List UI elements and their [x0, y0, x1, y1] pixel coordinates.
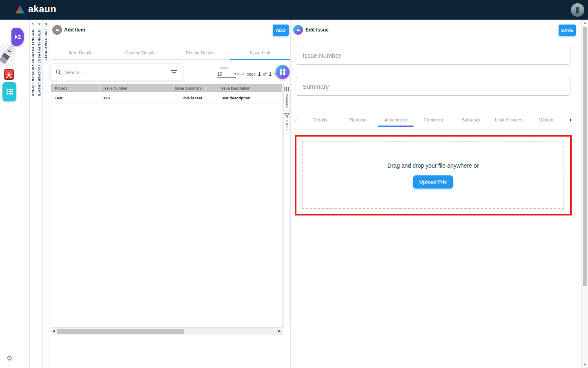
pagination: |< < page 1 of 1 > >| [236, 70, 281, 78]
tab-issue-link[interactable]: Issue Link [230, 46, 290, 59]
issue-link-table: Project Issue Number Issue Summary Issue… [51, 84, 283, 328]
red-app-icon[interactable]: 大 [4, 69, 14, 80]
tab-linked-issues[interactable]: Linked Issues [490, 112, 527, 127]
drag-drop-text: Drag and drop your file anywhere or [388, 162, 479, 169]
table-header: Project Issue Number Issue Summary Issue… [51, 84, 282, 93]
column-header-filler [265, 84, 282, 92]
item-tabbar: Item Details Costing Details Pricing Det… [51, 46, 290, 60]
prev-page-button[interactable]: < [242, 72, 244, 76]
column-header-issue-number[interactable]: Issue Number [100, 84, 145, 92]
scroll-left-icon[interactable]: ◀ [51, 329, 56, 333]
save-button[interactable]: SAVE [559, 25, 576, 36]
app-thumbnail-image[interactable] [0, 44, 15, 66]
back-button[interactable] [52, 25, 62, 35]
menu-fab-button[interactable] [11, 28, 24, 46]
table-row[interactable]: Test 123 This is test Test description [51, 93, 282, 103]
tab-pricing-details[interactable]: Pricing Details [170, 46, 230, 59]
scroll-up-icon[interactable]: ▲ [582, 20, 588, 26]
columns-button[interactable]: Columns [284, 84, 290, 111]
page-word: page [247, 72, 256, 76]
rows-per-page-select[interactable]: 10 ▾ [217, 70, 236, 78]
add-button[interactable]: ADD [273, 25, 289, 36]
tab-issue-link-label: Issue Link [250, 50, 270, 55]
workspace-tab-1[interactable]: 1 INTERNAL PAYMENT VOUCHER LISTING [29, 20, 36, 368]
tabs-scroll-right-icon[interactable]: › [565, 112, 576, 127]
tab-item-details[interactable]: Item Details [51, 46, 111, 59]
tab-costing-details[interactable]: Costing Details [111, 46, 171, 59]
horizontal-scrollbar-thumb[interactable] [57, 329, 184, 334]
horizontal-scrollbar[interactable]: ◀ ▶ [51, 328, 283, 334]
column-header-issue-summary[interactable]: Issue Summary [145, 84, 206, 92]
file-dropzone[interactable]: Drag and drop your file anywhere or Uplo… [302, 141, 564, 209]
cell-project: Test [51, 93, 100, 103]
settings-gear-icon[interactable]: ⚙ [5, 354, 13, 362]
workspace-tab-number: 2 [38, 22, 40, 27]
brand-name: akaun [28, 4, 56, 15]
tab-attachment[interactable]: Attachment [377, 112, 414, 127]
filter-funnel-icon [284, 113, 290, 118]
workspace-tab-2[interactable]: 2 INTERNAL PAYMENT VOUCHER CREATE [36, 20, 42, 368]
topbar: akaun [0, 0, 588, 20]
filter-list-icon[interactable] [171, 69, 178, 75]
upload-file-button[interactable]: Upload File [413, 175, 453, 188]
first-page-button[interactable]: |< [236, 72, 239, 76]
workspace-tab-label: LINE ITEM CREATE [44, 29, 48, 61]
vertical-scrollbar[interactable]: ▲ ▼ [581, 20, 588, 368]
scroll-down-icon[interactable]: ▼ [582, 361, 588, 368]
workspace-tab-3[interactable]: 3 LINE ITEM CREATE [42, 20, 49, 368]
edit-issue-panel: Edit Issue SAVE ‹ Details Planning Attac… [291, 20, 581, 368]
current-page-number: 1 [258, 72, 261, 76]
tab-subtasks[interactable]: Subtasks [452, 112, 490, 127]
view-grid-button[interactable] [276, 65, 290, 79]
workspace-tab-number: 3 [45, 22, 47, 27]
columns-bars-icon [284, 87, 289, 92]
of-word: of [263, 72, 266, 76]
page-title: Edit Issue [305, 27, 329, 33]
app-root: akaun 大 ⚙ 1 INTERNAL PAYMENT VOUCHER LIS [0, 0, 588, 368]
workspace-tab-number: 1 [32, 22, 34, 27]
tab-comment[interactable]: Comment [414, 112, 452, 127]
search-input[interactable] [65, 70, 167, 75]
user-avatar[interactable] [571, 3, 584, 17]
add-item-panel: Add Item ADD Item Details Costing Detail… [51, 20, 290, 368]
scroll-right-icon[interactable]: ▶ [277, 329, 282, 333]
grid-icon [279, 69, 286, 75]
tab-planning[interactable]: Planning [339, 112, 376, 127]
search-box [51, 64, 183, 81]
logo-triangle-icon [15, 4, 25, 14]
vertical-scrollbar-thumb[interactable] [583, 27, 587, 286]
back-arrow-icon [296, 27, 301, 33]
caret-down-icon: ▾ [234, 72, 236, 76]
active-tab-underline [378, 126, 414, 127]
table-side-rail: Columns Filters [283, 84, 290, 328]
column-header-issue-description[interactable]: Issue Description [206, 84, 265, 92]
back-button[interactable] [293, 25, 303, 35]
filters-button[interactable]: Filters [284, 111, 290, 133]
rows-value: 10 [217, 72, 222, 76]
issue-number-field[interactable] [296, 46, 570, 65]
eraser-image [0, 45, 15, 64]
active-tab-underline [230, 59, 290, 60]
rows-label: Rows [220, 66, 228, 70]
list-app-button[interactable] [2, 82, 16, 101]
workspace-tab-label: INTERNAL PAYMENT VOUCHER CREATE [38, 29, 41, 96]
back-arrow-icon [55, 27, 60, 33]
search-icon [56, 69, 62, 75]
cell-issue-description: Test description [206, 93, 265, 103]
page-title: Add Item [64, 27, 85, 33]
columns-button-label: Columns [285, 94, 289, 108]
cell-issue-summary: This is test [145, 93, 206, 103]
tab-details[interactable]: Details [301, 112, 339, 127]
list-icon [6, 88, 13, 95]
tab-worklog[interactable]: Worklo [528, 112, 565, 127]
cell-issue-number: 123 [100, 93, 145, 103]
playlist-menu-icon [14, 33, 22, 41]
tabs-scroll-left-icon[interactable]: ‹ [291, 112, 301, 127]
filters-button-label: Filters [285, 120, 289, 130]
summary-field[interactable] [296, 77, 570, 96]
issue-tabbar: ‹ Details Planning Attachment Comment Su… [291, 112, 576, 127]
column-header-project[interactable]: Project [51, 84, 100, 92]
tab-attachment-label: Attachment [384, 117, 407, 122]
total-pages-number: 1 [269, 72, 271, 76]
workspace-tabstrip: 1 INTERNAL PAYMENT VOUCHER LISTING 2 INT… [20, 20, 51, 368]
